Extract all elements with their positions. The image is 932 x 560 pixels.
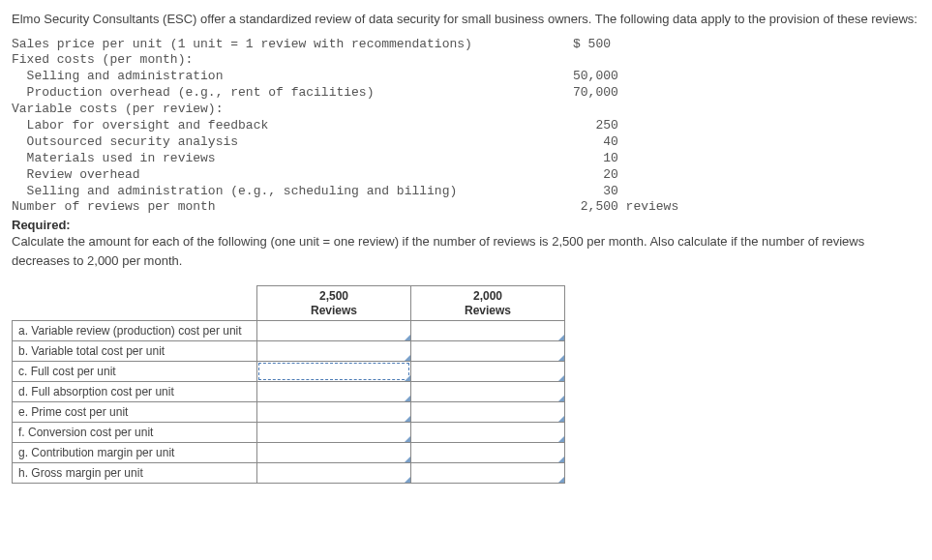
answer-input[interactable]: [411, 402, 564, 422]
answer-input[interactable]: [411, 443, 564, 462]
answer-cell[interactable]: [257, 362, 411, 382]
table-row: b. Variable total cost per unit: [13, 341, 565, 362]
table-row: h. Gross margin per unit: [13, 463, 565, 484]
answer-cell[interactable]: [257, 443, 411, 463]
data-label: Number of reviews per month: [12, 199, 573, 216]
data-value: 250: [573, 118, 618, 134]
data-label: Review overhead: [12, 167, 573, 184]
row-label: f. Conversion cost per unit: [13, 423, 257, 443]
data-label: Outsourced security analysis: [12, 134, 573, 151]
answer-input[interactable]: [257, 341, 410, 361]
answer-input[interactable]: [257, 402, 410, 422]
answer-cell[interactable]: [411, 382, 565, 402]
answer-cell[interactable]: [411, 443, 565, 463]
data-row: Review overhead 20: [12, 167, 920, 184]
answer-cell[interactable]: [411, 402, 565, 423]
answer-input[interactable]: [411, 362, 564, 381]
row-label: e. Prime cost per unit: [13, 402, 257, 423]
data-label: Materials used in reviews: [12, 151, 573, 167]
data-row: Production overhead (e.g., rent of facil…: [12, 85, 920, 102]
answer-cell[interactable]: [411, 362, 565, 382]
data-value: $ 500: [573, 37, 611, 53]
data-suffix: reviews: [618, 199, 678, 216]
answer-cell[interactable]: [411, 321, 565, 341]
answer-input[interactable]: [257, 443, 410, 462]
answer-cell[interactable]: [411, 341, 565, 362]
table-row: g. Contribution margin per unit: [13, 443, 565, 463]
answer-cell[interactable]: [257, 463, 411, 484]
data-block: Sales price per unit (1 unit = 1 review …: [12, 37, 920, 217]
data-value: 30: [573, 184, 618, 200]
col-header-2000: 2,000Reviews: [411, 286, 565, 321]
answer-cell[interactable]: [411, 463, 565, 484]
data-value: 70,000: [573, 85, 618, 102]
data-label: Labor for oversight and feedback: [12, 118, 573, 134]
answer-input[interactable]: [257, 423, 410, 442]
data-row: Variable costs (per review):: [12, 102, 920, 118]
answer-input[interactable]: [411, 463, 564, 483]
data-row: Number of reviews per month 2,500 review…: [12, 199, 920, 216]
data-row: Fixed costs (per month):: [12, 52, 920, 69]
row-label: h. Gross margin per unit: [13, 463, 257, 484]
answer-cell[interactable]: [257, 341, 411, 362]
data-label: Selling and administration: [12, 69, 573, 85]
data-value: 40: [573, 134, 618, 151]
data-value: 2,500: [573, 199, 618, 216]
answer-cell[interactable]: [257, 423, 411, 443]
data-row: Labor for oversight and feedback 250: [12, 118, 920, 134]
answer-input[interactable]: [257, 382, 410, 401]
answer-table: 2,500Reviews 2,000Reviews a. Variable re…: [12, 285, 565, 484]
required-text: Calculate the amount for each of the fol…: [12, 232, 920, 270]
table-row: f. Conversion cost per unit: [13, 423, 565, 443]
row-label: g. Contribution margin per unit: [13, 443, 257, 463]
data-label: Variable costs (per review):: [12, 102, 573, 118]
intro-text: Elmo Security Consultants (ESC) offer a …: [12, 10, 920, 29]
answer-cell[interactable]: [257, 321, 411, 341]
answer-input[interactable]: [257, 463, 410, 483]
data-label: Production overhead (e.g., rent of facil…: [12, 85, 573, 102]
data-label: Fixed costs (per month):: [12, 52, 573, 69]
answer-input[interactable]: [411, 382, 564, 401]
answer-input[interactable]: [411, 341, 564, 361]
table-row: c. Full cost per unit: [13, 362, 565, 382]
row-label: d. Full absorption cost per unit: [13, 382, 257, 402]
data-value: 10: [573, 151, 618, 167]
row-label: b. Variable total cost per unit: [13, 341, 257, 362]
answer-input[interactable]: [411, 321, 564, 340]
data-row: Outsourced security analysis 40: [12, 134, 920, 151]
col-header-2500: 2,500Reviews: [257, 286, 411, 321]
required-label: Required:: [12, 218, 71, 232]
table-row: d. Full absorption cost per unit: [13, 382, 565, 402]
data-row: Sales price per unit (1 unit = 1 review …: [12, 37, 920, 53]
data-label: Sales price per unit (1 unit = 1 review …: [12, 37, 573, 53]
answer-input[interactable]: [411, 423, 564, 442]
data-label: Selling and administration (e.g., schedu…: [12, 184, 573, 200]
data-row: Selling and administration50,000: [12, 69, 920, 85]
answer-input[interactable]: [257, 362, 410, 381]
answer-cell[interactable]: [257, 402, 411, 423]
data-value: 20: [573, 167, 618, 184]
row-label: c. Full cost per unit: [13, 362, 257, 382]
answer-cell[interactable]: [257, 382, 411, 402]
answer-cell[interactable]: [411, 423, 565, 443]
answer-input[interactable]: [257, 321, 410, 340]
row-label: a. Variable review (production) cost per…: [13, 321, 257, 341]
table-row: a. Variable review (production) cost per…: [13, 321, 565, 341]
data-value: 50,000: [573, 69, 618, 85]
data-row: Materials used in reviews 10: [12, 151, 920, 167]
table-row: e. Prime cost per unit: [13, 402, 565, 423]
data-row: Selling and administration (e.g., schedu…: [12, 184, 920, 200]
